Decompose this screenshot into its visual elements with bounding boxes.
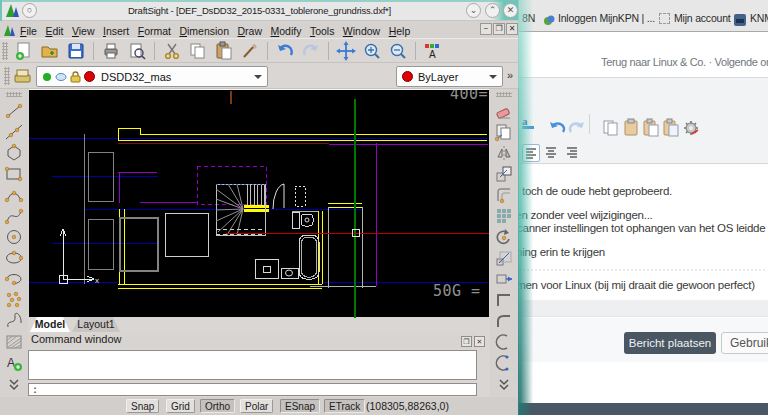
stretch-icon[interactable]: [494, 269, 514, 289]
arc-3point-icon[interactable]: [4, 185, 24, 205]
paste-board-page-icon[interactable]: [641, 118, 658, 135]
mirror-icon[interactable]: [494, 143, 514, 163]
open-file-icon[interactable]: [40, 41, 60, 61]
command-window-float-button[interactable]: ❐: [461, 336, 472, 347]
layer-manager-icon[interactable]: [13, 67, 33, 89]
tab-layout1[interactable]: Layout1: [72, 317, 120, 332]
bookmark-mijn-account[interactable]: Mijn account: [674, 12, 731, 24]
fillet-icon[interactable]: [494, 311, 514, 331]
command-window-close-button[interactable]: ✕: [474, 336, 485, 347]
menu-edit[interactable]: Edit: [43, 24, 65, 38]
page-breadcrumb[interactable]: Terug naar Linux & Co. · Volgende onge: [601, 56, 768, 68]
format-paint-icon[interactable]: [240, 41, 260, 61]
snap-toggle[interactable]: Snap: [126, 399, 159, 413]
mdi-minimize-button[interactable]: −: [480, 23, 492, 35]
paste-board-alt-icon[interactable]: [661, 118, 678, 135]
align-right-button[interactable]: [564, 144, 582, 162]
drawing-canvas[interactable]: x 400= 50G =: [29, 89, 489, 317]
layer-dropdown-arrow[interactable]: [254, 75, 262, 79]
rotate-icon[interactable]: [494, 227, 514, 247]
bookmark-knm[interactable]: KNM: [750, 12, 768, 24]
print-icon[interactable]: [101, 41, 121, 61]
gear-clear-icon[interactable]: [681, 118, 698, 135]
layer-dropdown[interactable]: DSDD32_mas: [36, 66, 268, 87]
draw-toolbar-handle[interactable]: [6, 92, 22, 97]
cut-icon[interactable]: [162, 41, 182, 61]
menu-modify[interactable]: Modify: [268, 24, 303, 38]
etrack-toggle[interactable]: ETrack: [324, 399, 365, 413]
circle-icon[interactable]: [4, 227, 24, 247]
menu-draw[interactable]: Draw: [236, 24, 265, 38]
undo-arrow-icon[interactable]: [547, 118, 564, 135]
paste-board-icon[interactable]: [621, 118, 638, 135]
paste-icon[interactable]: [214, 41, 234, 61]
chevron-more-icon[interactable]: [4, 374, 24, 394]
align-center-button[interactable]: [543, 144, 561, 162]
offset-icon[interactable]: [494, 185, 514, 205]
hatch-icon[interactable]: [4, 332, 24, 352]
mdi-close-button[interactable]: ✕: [506, 23, 518, 35]
command-input[interactable]: :: [28, 383, 477, 396]
redo-icon[interactable]: [301, 41, 321, 61]
menu-insert[interactable]: Insert: [101, 24, 131, 38]
rectangle-icon[interactable]: [4, 164, 24, 184]
menu-file[interactable]: File: [18, 24, 39, 38]
grid-toggle[interactable]: Grid: [166, 399, 195, 413]
zoom-in-icon[interactable]: [362, 41, 382, 61]
color-format-icon[interactable]: A: [423, 41, 443, 61]
spline-icon[interactable]: [4, 206, 24, 226]
polar-toggle[interactable]: Polar: [240, 399, 273, 413]
close-button[interactable]: ✕: [503, 3, 518, 18]
redo-arrow-icon[interactable]: [567, 118, 584, 135]
spline-curve-icon[interactable]: [4, 311, 24, 331]
point-multiple-icon[interactable]: [4, 290, 24, 310]
command-window-header[interactable]: Command window: [28, 333, 477, 349]
arc-dotted-icon[interactable]: [494, 353, 514, 373]
copy-icon[interactable]: [188, 41, 208, 61]
title-bar[interactable]: ○ DraftSight - [DEF_DsDD32_2015-0331_tob…: [0, 0, 519, 21]
toolbar-overflow-chevron[interactable]: »: [507, 69, 513, 81]
copy-page-icon[interactable]: [601, 118, 618, 135]
menu-view[interactable]: View: [70, 24, 97, 38]
linecolor-dropdown-arrow[interactable]: [489, 75, 497, 79]
construction-line-icon[interactable]: [4, 122, 24, 142]
arc-small-icon[interactable]: [494, 332, 514, 352]
pattern-icon[interactable]: [494, 206, 514, 226]
tab-model[interactable]: Model: [30, 317, 70, 332]
menu-format[interactable]: Format: [136, 24, 173, 38]
copy-entity-icon[interactable]: [494, 122, 514, 142]
submit-post-button[interactable]: Bericht plaatsen: [624, 332, 716, 354]
print-preview-icon[interactable]: [127, 41, 147, 61]
bookmark-inloggen-mijnkpn[interactable]: Inloggen MijnKPN | ...: [558, 12, 655, 24]
maximize-button[interactable]: ⌃: [485, 3, 500, 18]
layerbar-drag-handle[interactable]: [4, 67, 10, 85]
ellipse-icon[interactable]: [4, 248, 24, 268]
save-icon[interactable]: [66, 41, 86, 61]
menu-help[interactable]: Help: [387, 24, 413, 38]
modify-toolbar-handle[interactable]: [496, 92, 512, 97]
line-icon[interactable]: [4, 101, 24, 121]
menu-dimension[interactable]: Dimension: [177, 24, 231, 38]
pan-icon[interactable]: [336, 41, 356, 61]
new-file-icon[interactable]: [14, 41, 34, 61]
zoom-previous-icon[interactable]: [388, 41, 408, 61]
corner-icon[interactable]: [494, 290, 514, 310]
menu-tools[interactable]: Tools: [308, 24, 337, 38]
menu-window[interactable]: Window: [341, 24, 382, 38]
ellipse-arc-icon[interactable]: [4, 269, 24, 289]
ortho-toggle[interactable]: Ortho: [200, 399, 235, 413]
polygon-icon[interactable]: [4, 143, 24, 163]
chevron-more-icon[interactable]: [494, 374, 514, 394]
scale-icon[interactable]: [494, 248, 514, 268]
secondary-button[interactable]: Gebruik: [721, 332, 768, 354]
eraser-icon[interactable]: [494, 101, 514, 121]
move-entity-icon[interactable]: [494, 164, 514, 184]
annotate-icon[interactable]: A: [4, 353, 24, 373]
minimize-button[interactable]: ⌄: [466, 3, 481, 18]
linecolor-dropdown[interactable]: ByLayer: [396, 66, 503, 87]
mdi-restore-button[interactable]: ❐: [493, 23, 505, 35]
command-history[interactable]: [28, 350, 477, 380]
undo-icon[interactable]: [275, 41, 295, 61]
esnap-toggle[interactable]: ESnap: [280, 399, 320, 413]
toolbar-drag-handle[interactable]: [2, 42, 8, 60]
